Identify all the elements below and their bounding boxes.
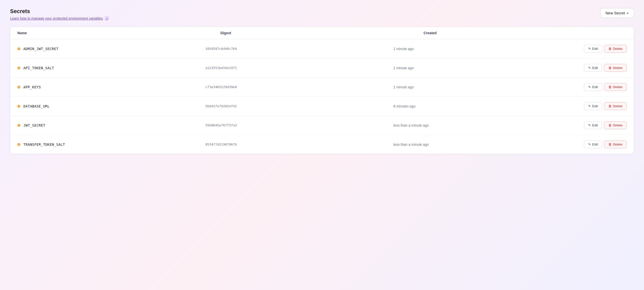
actions-cell: ✎ Edit 🗑 Delete: [581, 140, 627, 148]
edit-icon: ✎: [588, 142, 591, 146]
actions-cell: ✎ Edit 🗑 Delete: [581, 45, 627, 53]
name-cell: JWT_SECRET: [17, 123, 205, 127]
help-link-text: Learn how to manage your protected envir…: [10, 16, 103, 20]
status-dot: [17, 105, 20, 108]
edit-label: Edit: [592, 142, 598, 146]
name-cell: ADMIN_JWT_SECRET: [17, 47, 205, 51]
digest-value: 105d587c6d40c7b9: [205, 47, 393, 51]
trash-icon: 🗑: [608, 142, 612, 146]
secrets-table: Name Digest Created ADMIN_JWT_SECRET 105…: [10, 27, 634, 154]
delete-label: Delete: [613, 66, 622, 70]
page-title: Secrets: [10, 8, 109, 15]
external-link-icon: ↗: [105, 16, 109, 21]
delete-button[interactable]: 🗑 Delete: [604, 83, 627, 91]
table-row: DATABASE_URL 5bb42fe79202ef42 8 minutes …: [10, 97, 634, 116]
delete-label: Delete: [613, 47, 622, 51]
edit-label: Edit: [592, 123, 598, 127]
created-value: less than a minute ago: [393, 123, 581, 127]
delete-button[interactable]: 🗑 Delete: [604, 121, 627, 129]
edit-label: Edit: [592, 104, 598, 108]
created-value: 1 minute ago: [393, 85, 581, 89]
edit-icon: ✎: [588, 47, 591, 51]
delete-label: Delete: [613, 85, 622, 89]
secret-name: DATABASE_URL: [23, 104, 50, 108]
page-header: Secrets Learn how to manage your protect…: [10, 8, 634, 21]
delete-button[interactable]: 🗑 Delete: [604, 45, 627, 53]
actions-cell: ✎ Edit 🗑 Delete: [581, 83, 627, 91]
name-cell: DATABASE_URL: [17, 104, 205, 108]
created-value: 1 minute ago: [393, 66, 581, 70]
created-value: 8 minutes ago: [393, 104, 581, 108]
name-cell: API_TOKEN_SALT: [17, 66, 205, 70]
edit-label: Edit: [592, 47, 598, 51]
trash-icon: 🗑: [608, 66, 612, 70]
status-dot: [17, 66, 20, 69]
delete-label: Delete: [613, 123, 622, 127]
table-body: ADMIN_JWT_SECRET 105d587c6d40c7b9 1 minu…: [10, 39, 634, 154]
secret-name: API_TOKEN_SALT: [23, 66, 54, 70]
edit-label: Edit: [592, 66, 598, 70]
table-header: Name Digest Created: [10, 27, 634, 39]
digest-value: 0534f7d219670676: [205, 142, 393, 146]
table-row: TRANSFER_TOKEN_SALT 0534f7d219670676 les…: [10, 135, 634, 154]
edit-button[interactable]: ✎ Edit: [584, 102, 602, 110]
edit-icon: ✎: [588, 66, 591, 70]
secret-name: APP_KEYS: [23, 85, 41, 89]
actions-cell: ✎ Edit 🗑 Delete: [581, 121, 627, 129]
help-link[interactable]: Learn how to manage your protected envir…: [10, 16, 109, 21]
delete-button[interactable]: 🗑 Delete: [604, 140, 627, 148]
status-dot: [17, 143, 20, 146]
edit-icon: ✎: [588, 123, 591, 127]
delete-label: Delete: [613, 104, 622, 108]
trash-icon: 🗑: [608, 104, 612, 108]
actions-cell: ✎ Edit 🗑 Delete: [581, 102, 627, 110]
table-row: API_TOKEN_SALT a123551be54e1971 1 minute…: [10, 58, 634, 78]
new-secret-label: New Secret: [606, 11, 625, 15]
edit-button[interactable]: ✎ Edit: [584, 140, 602, 148]
edit-button[interactable]: ✎ Edit: [584, 45, 602, 53]
header-left: Secrets Learn how to manage your protect…: [10, 8, 109, 21]
delete-button[interactable]: 🗑 Delete: [604, 64, 627, 72]
name-cell: TRANSFER_TOKEN_SALT: [17, 142, 205, 147]
digest-value: 5bb42fe79202ef42: [205, 104, 393, 108]
new-secret-button[interactable]: New Secret +: [600, 8, 634, 18]
status-dot: [17, 86, 20, 89]
table-row: ADMIN_JWT_SECRET 105d587c6d40c7b9 1 minu…: [10, 39, 634, 58]
edit-label: Edit: [592, 85, 598, 89]
status-dot: [17, 124, 20, 127]
digest-value: 55b8845e767f37a3: [205, 123, 393, 127]
digest-value: cf3e3465229d39e0: [205, 85, 393, 89]
col-header-created: Created: [424, 31, 627, 35]
table-row: APP_KEYS cf3e3465229d39e0 1 minute ago ✎…: [10, 78, 634, 97]
col-header-digest: Digest: [220, 31, 424, 35]
secret-name: ADMIN_JWT_SECRET: [23, 47, 58, 51]
edit-button[interactable]: ✎ Edit: [584, 64, 602, 72]
col-header-name: Name: [17, 31, 220, 35]
trash-icon: 🗑: [608, 47, 612, 51]
status-dot: [17, 47, 20, 50]
delete-label: Delete: [613, 142, 622, 146]
actions-cell: ✎ Edit 🗑 Delete: [581, 64, 627, 72]
table-row: JWT_SECRET 55b8845e767f37a3 less than a …: [10, 116, 634, 135]
edit-icon: ✎: [588, 85, 591, 89]
edit-button[interactable]: ✎ Edit: [584, 83, 602, 91]
plus-icon: +: [626, 11, 629, 15]
edit-button[interactable]: ✎ Edit: [584, 121, 602, 129]
created-value: less than a minute ago: [393, 142, 581, 147]
digest-value: a123551be54e1971: [205, 66, 393, 70]
secret-name: TRANSFER_TOKEN_SALT: [23, 142, 65, 147]
name-cell: APP_KEYS: [17, 85, 205, 89]
trash-icon: 🗑: [608, 123, 612, 127]
secret-name: JWT_SECRET: [23, 123, 45, 127]
trash-icon: 🗑: [608, 85, 612, 89]
delete-button[interactable]: 🗑 Delete: [604, 102, 627, 110]
created-value: 1 minute ago: [393, 47, 581, 51]
edit-icon: ✎: [588, 104, 591, 108]
